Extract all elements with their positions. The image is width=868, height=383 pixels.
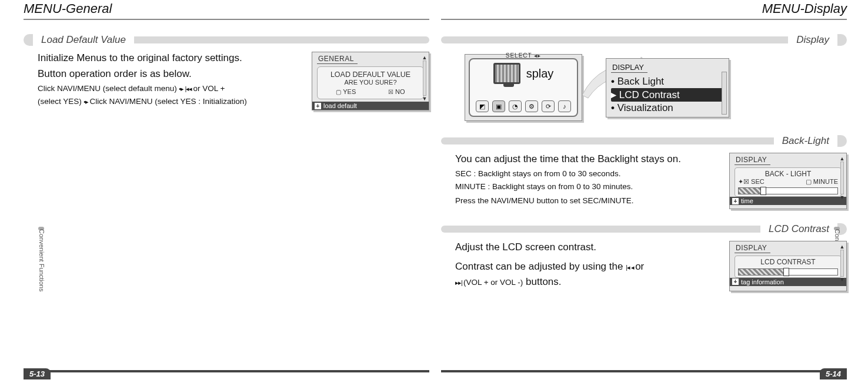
section-heading-backlight: Back-Light	[441, 135, 847, 147]
ld-l4b: Click NAVI/MENU (select YES : Initializa…	[90, 97, 247, 106]
lcd-tab: DISPLAY	[611, 63, 647, 73]
lcd-slider: LCD CONTRAST	[735, 256, 842, 278]
icon-row: ◩ ▣ ◔ ⚙ ⟳ ♪	[473, 100, 573, 112]
load-default-text: Initialize Menus to the original factory…	[38, 52, 302, 110]
left-page: MENU-General Convenient Functions Load D…	[24, 0, 429, 383]
scrollbar: ▲▼	[839, 244, 845, 283]
heading-label: Back-Light	[780, 135, 832, 147]
display-icon-card: SELECT ◂▸ splay ◩ ▣ ◔ ⚙ ⟳ ♪	[465, 54, 582, 121]
slider-fill	[739, 269, 783, 275]
mini-icon: ◔	[509, 100, 522, 112]
mini-icon-display: ▣	[492, 100, 505, 112]
side-tab-left: Convenient Functions	[37, 229, 48, 311]
section-load-default: Load Default Value Initialize Menus to t…	[24, 34, 429, 110]
section-heading-display: Display	[441, 34, 847, 46]
ct-l3: ▸▸| (VOL + or VOL -) buttons.	[455, 276, 720, 289]
right-page: MENU-Display Convenient Functions Displa…	[441, 0, 847, 383]
footer-left: 5-13	[24, 370, 429, 383]
lcd-yes: YES	[336, 88, 356, 95]
side-tab-left-label: Convenient Functions	[38, 229, 45, 291]
ld-line2: Button operation order is as below.	[38, 68, 302, 81]
lcd-tab: GENERAL	[317, 55, 358, 64]
lcd-yesno: YES NO	[320, 88, 421, 95]
slider-thumb	[760, 187, 766, 195]
ld-line3: Click NAVI/MENU (select default menu) ▪▸…	[38, 83, 302, 94]
lcd-big: LOAD DEFAULT VALUE	[320, 70, 421, 79]
bl-l1: You can adjust the time that the Backlig…	[455, 153, 720, 166]
select-label: SELECT ◂▸	[506, 52, 542, 59]
ct-l3b: buttons.	[526, 276, 562, 287]
page-number-right: 5-14	[820, 368, 847, 379]
prev-icon: |◂ ◂	[626, 264, 635, 271]
heading-cap	[837, 34, 847, 46]
iconbox: splay ◩ ▣ ◔ ⚙ ⟳ ♪	[469, 58, 578, 117]
bl-l2: SEC : Backlight stays on from 0 to 30 se…	[455, 169, 720, 179]
list-item: Visualization	[611, 102, 724, 115]
lcd-contrast: ▲▼ DISPLAY LCD CONTRAST + tag informatio…	[729, 241, 847, 292]
mini-icon: ⟳	[542, 100, 555, 112]
opt-minute: ▢ MINUTE	[806, 178, 838, 186]
lcd-title: BACK - LIGHT	[738, 170, 838, 178]
heading-bar	[441, 36, 788, 43]
mini-icon: ♪	[558, 100, 571, 112]
heading-bar	[134, 36, 429, 43]
footer-right: 5-14	[441, 370, 847, 383]
bl-l4: Press the NAVI/MENU button to set SEC/MI…	[455, 196, 720, 206]
arrow-icon: ▪▸	[84, 98, 90, 105]
lcd-inner: LOAD DEFAULT VALUE ARE YOU SURE? YES NO	[317, 66, 424, 99]
lcd-footer: + load default	[312, 102, 429, 110]
ld-l3a: Click NAVI/MENU (select default menu)	[38, 84, 177, 93]
plus-icon: +	[732, 198, 739, 204]
backlight-text: You can adjust the time that the Backlig…	[455, 153, 720, 209]
ld-l3b: or VOL +	[193, 84, 225, 93]
heading-label: Display	[794, 34, 832, 46]
display-twin: SELECT ◂▸ splay ◩ ▣ ◔ ⚙ ⟳ ♪	[441, 54, 847, 121]
ct-l1: Adjust the LCD screen contrast.	[455, 241, 720, 254]
lcd-load-default: ▲▼ GENERAL LOAD DEFAULT VALUE ARE YOU SU…	[312, 52, 429, 110]
heading-label: Load Default Value	[39, 34, 128, 46]
ct-l2: Contrast can be adjusted by using the |◂…	[455, 260, 720, 274]
monitor-icon	[493, 63, 520, 84]
scrollbar	[722, 72, 727, 115]
page-title-right: MENU-Display	[441, 0, 847, 20]
heading-bar	[441, 137, 774, 145]
sec-minute-row: ✦☒ SEC ▢ MINUTE	[738, 178, 838, 186]
section-heading-load-default: Load Default Value	[24, 34, 429, 46]
ld-line1: Initialize Menus to the original factory…	[38, 52, 302, 65]
bl-l3: MINUTE : Backlight stays on from 0 to 30…	[455, 182, 720, 192]
plus-icon: +	[732, 278, 739, 285]
ct-l3a: (VOL + or VOL -)	[463, 278, 523, 287]
heading-bar	[441, 226, 760, 233]
lcd-title: LCD CONTRAST	[738, 258, 838, 266]
contrast-text: Adjust the LCD screen contrast. Contrast…	[455, 241, 720, 292]
lcd-footer-text: load default	[323, 102, 357, 109]
lcd-footer: + time	[730, 197, 846, 205]
opt-sec: ✦☒ SEC	[738, 178, 764, 186]
section-backlight: Back-Light You can adjust the time that …	[441, 135, 847, 209]
scrollbar: ▲▼	[422, 55, 428, 102]
list-item: Back Light	[611, 75, 724, 88]
page-bar	[24, 370, 429, 372]
page-number-left: 5-13	[24, 368, 51, 379]
next-icon: ▸▸|	[455, 279, 463, 286]
display-list-card: DISPLAY Back Light LCD Contrast Visualiz…	[606, 58, 729, 117]
lcd-sub: ARE YOU SURE?	[320, 79, 421, 86]
slider-track	[738, 268, 838, 276]
ld-l4a: (select YES)	[38, 97, 82, 106]
page-title-left: MENU-General	[24, 0, 429, 20]
lcd-footer-text: time	[741, 197, 753, 204]
section-heading-contrast: LCD Contrast	[441, 223, 847, 235]
section-display: Display SELECT ◂▸ splay ◩ ▣ ◔ ⚙ ⟳	[441, 34, 847, 121]
scrollbar: ▲▼	[839, 156, 845, 200]
lcd-no: NO	[388, 88, 405, 95]
ct-l2b: or	[635, 261, 644, 272]
plus-icon: +	[315, 103, 321, 109]
list-item-selected: LCD Contrast	[611, 88, 724, 102]
lcd-tab: DISPLAY	[735, 156, 770, 165]
page-bar	[441, 370, 847, 372]
section-contrast: LCD Contrast Adjust the LCD screen contr…	[441, 223, 847, 292]
heading-cap	[24, 34, 33, 46]
slider-track	[738, 187, 838, 194]
slider-fill	[739, 188, 760, 194]
display-menu-list: Back Light LCD Contrast Visualization	[611, 75, 724, 115]
